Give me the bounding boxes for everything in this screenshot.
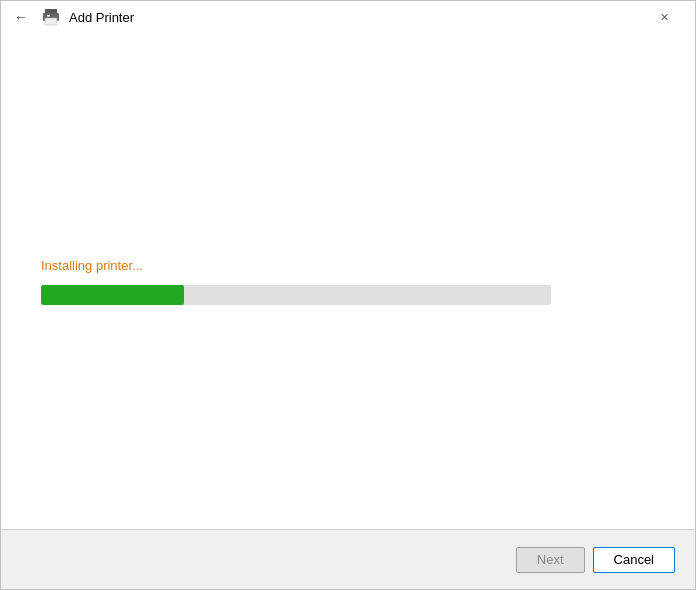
title-bar-left: ← Add Printer <box>1 5 134 29</box>
progress-bar-container <box>41 285 551 305</box>
next-button[interactable]: Next <box>516 547 585 573</box>
footer: Next Cancel <box>1 529 695 589</box>
svg-rect-3 <box>47 15 50 17</box>
window: ← Add Printer ✕ Installing printer... Ne… <box>0 0 696 590</box>
title-bar: ← Add Printer ✕ <box>1 1 695 33</box>
close-button[interactable]: ✕ <box>641 1 687 33</box>
window-title: Add Printer <box>69 10 134 25</box>
progress-bar-fill <box>41 285 184 305</box>
svg-rect-2 <box>45 18 57 25</box>
status-text: Installing printer... <box>41 258 143 273</box>
printer-icon <box>41 7 61 27</box>
cancel-button[interactable]: Cancel <box>593 547 675 573</box>
content-area: Installing printer... <box>1 33 695 529</box>
back-button[interactable]: ← <box>9 5 33 29</box>
